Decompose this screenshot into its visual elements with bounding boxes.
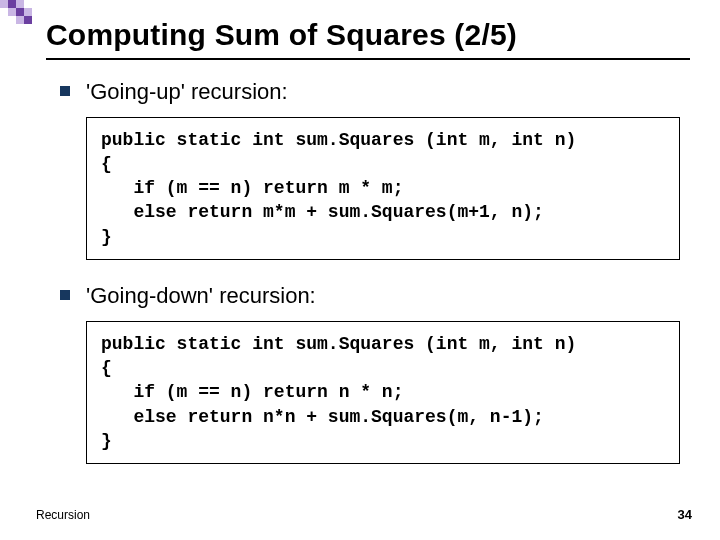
code-block: public static int sum.Squares (int m, in… bbox=[86, 117, 680, 260]
bullet-label: 'Going-down' recursion: bbox=[86, 282, 316, 311]
svg-rect-6 bbox=[16, 16, 24, 24]
svg-rect-7 bbox=[24, 16, 32, 24]
svg-rect-1 bbox=[8, 0, 16, 8]
svg-rect-2 bbox=[16, 0, 24, 8]
footer-topic: Recursion bbox=[36, 508, 90, 522]
bullet-label: 'Going-up' recursion: bbox=[86, 78, 288, 107]
svg-rect-3 bbox=[8, 8, 16, 16]
code-block: public static int sum.Squares (int m, in… bbox=[86, 321, 680, 464]
bullet-item: 'Going-up' recursion: bbox=[60, 78, 680, 107]
bullet-square-icon bbox=[60, 86, 70, 96]
bullet-item: 'Going-down' recursion: bbox=[60, 282, 680, 311]
svg-rect-0 bbox=[0, 0, 8, 8]
slide-number: 34 bbox=[678, 507, 692, 522]
bullet-square-icon bbox=[60, 290, 70, 300]
corner-decoration bbox=[0, 0, 40, 32]
svg-rect-5 bbox=[24, 8, 32, 16]
slide-body: 'Going-up' recursion: public static int … bbox=[0, 60, 720, 464]
slide-title: Computing Sum of Squares (2/5) bbox=[46, 18, 690, 60]
svg-rect-4 bbox=[16, 8, 24, 16]
